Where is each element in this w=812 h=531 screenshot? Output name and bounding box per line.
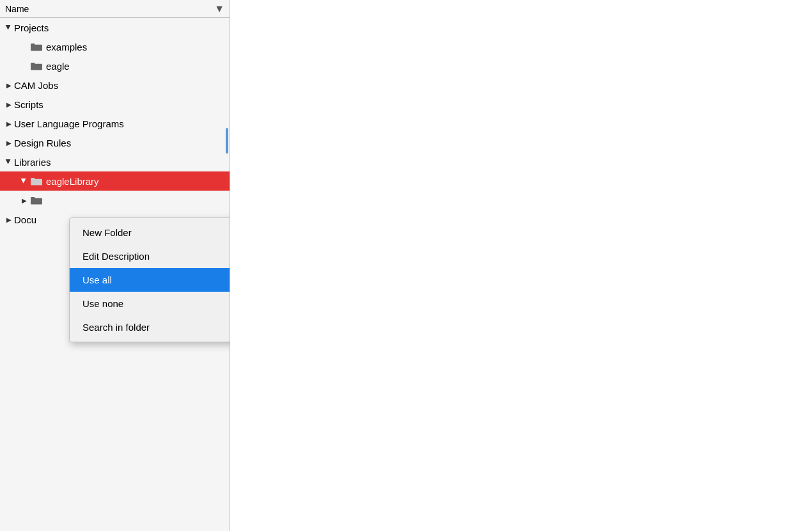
filter-icon[interactable]: ▼	[214, 3, 224, 15]
context-menu-use-all[interactable]: Use all	[70, 268, 230, 292]
tree-item-cam-jobs[interactable]: ▶ CAM Jobs	[0, 75, 230, 95]
main-content-area	[230, 0, 812, 531]
svg-rect-5	[31, 178, 35, 180]
chevron-second-lib: ▶	[19, 195, 29, 205]
tree-header: Name ▼	[0, 0, 230, 18]
tree-header-name: Name	[5, 4, 29, 14]
chevron-projects: ▶	[4, 22, 14, 33]
chevron-scripts: ▶	[4, 99, 14, 109]
context-menu-search-in-folder[interactable]: Search in folder	[70, 315, 230, 339]
svg-rect-7	[31, 197, 35, 199]
context-menu: New Folder Edit Description Use all Use …	[69, 218, 230, 342]
tree-item-projects[interactable]: ▶ Projects	[0, 18, 230, 37]
context-menu-use-none[interactable]: Use none	[70, 292, 230, 315]
file-tree-sidebar: Name ▼ ▶ Projects ▶ examples ▶ eagle ▶ C	[0, 0, 230, 531]
chevron-ulp: ▶	[4, 118, 14, 129]
design-rules-label: Design Rules	[14, 138, 71, 148]
folder-eagle-icon	[29, 59, 43, 73]
context-menu-edit-description[interactable]: Edit Description	[70, 244, 230, 268]
eagle-library-label: eagleLibrary	[46, 176, 99, 187]
documents-label: Docu	[14, 214, 36, 225]
examples-label: examples	[46, 42, 87, 52]
context-menu-new-folder[interactable]: New Folder	[70, 221, 230, 244]
chevron-cam-jobs: ▶	[4, 80, 14, 90]
scrollbar-indicator[interactable]	[226, 128, 228, 154]
libraries-label: Libraries	[14, 157, 51, 168]
tree-item-examples[interactable]: ▶ examples	[0, 37, 230, 56]
tree-item-eagle-library[interactable]: ▶ eagleLibrary	[0, 171, 230, 191]
folder-examples-icon	[29, 40, 43, 54]
scripts-label: Scripts	[14, 99, 43, 110]
chevron-design-rules: ▶	[4, 138, 14, 148]
chevron-eagle-library: ▶	[19, 176, 29, 186]
cam-jobs-label: CAM Jobs	[14, 80, 58, 91]
tree-item-scripts[interactable]: ▶ Scripts	[0, 95, 230, 114]
folder-eagle-library-icon	[29, 174, 43, 188]
folder-second-lib-icon	[29, 193, 43, 207]
chevron-documents: ▶	[4, 214, 14, 225]
tree-item-design-rules[interactable]: ▶ Design Rules	[0, 133, 230, 152]
tree-item-libraries[interactable]: ▶ Libraries	[0, 152, 230, 171]
svg-rect-3	[31, 63, 35, 65]
tree-item-eagle[interactable]: ▶ eagle	[0, 56, 230, 75]
chevron-libraries: ▶	[4, 157, 14, 167]
tree-item-ulp[interactable]: ▶ User Language Programs	[0, 114, 230, 133]
eagle-label: eagle	[46, 61, 70, 72]
svg-rect-1	[31, 44, 35, 45]
projects-label: Projects	[14, 22, 49, 33]
ulp-label: User Language Programs	[14, 118, 124, 129]
tree-item-second-lib[interactable]: ▶	[0, 191, 230, 210]
